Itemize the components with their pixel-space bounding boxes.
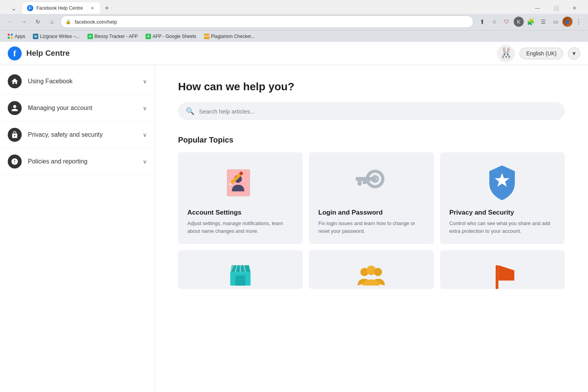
marketplace-card[interactable] — [178, 250, 303, 289]
bookmark-afp-label: AFP - Google Sheets — [153, 34, 196, 39]
fb-logo[interactable]: f — [8, 46, 22, 60]
shield-button[interactable]: 🛡 — [501, 16, 512, 27]
tab-close-button[interactable]: ✕ — [89, 5, 95, 11]
tab-favicon-letter: F — [29, 6, 32, 10]
plagiarism-favicon: SST — [204, 34, 209, 39]
blessy-favicon: + — [87, 34, 93, 39]
svg-rect-22 — [495, 265, 498, 289]
bookmark-blessy-label: Blessy Tracker - AFP — [94, 34, 138, 39]
bookmark-apps[interactable]: Apps — [5, 33, 28, 40]
managing-account-chevron: ∨ — [143, 105, 147, 111]
privacy-security-desc: Control who can see what you share and a… — [449, 220, 555, 235]
url-text: facebook.com/help — [75, 19, 117, 25]
tab-title: Facebook Help Centre — [36, 5, 86, 11]
bookmark-lizgrace-label: Lizgrace Writes –... — [40, 34, 79, 39]
search-input[interactable] — [199, 108, 557, 115]
privacy-icon — [8, 128, 22, 142]
home-icon — [11, 77, 19, 85]
bookmark-apps-label: Apps — [15, 34, 25, 39]
svg-rect-11 — [363, 181, 367, 184]
sidebar-item-policies[interactable]: Policies and reporting ∨ — [0, 148, 154, 175]
login-password-card[interactable]: Login and Password Fix login issues and … — [309, 152, 434, 244]
bookmark-afp[interactable]: + AFP - Google Sheets — [142, 33, 199, 40]
fb-logo-letter: f — [13, 48, 16, 58]
svg-point-21 — [374, 268, 382, 276]
using-facebook-icon — [8, 74, 22, 88]
main-layout: Using Facebook ∨ Managing your account ∨ — [0, 65, 588, 392]
new-tab-button[interactable]: + — [101, 3, 112, 14]
maximize-button[interactable]: ⬜ — [547, 2, 565, 14]
active-tab[interactable]: F Facebook Help Centre ✕ — [22, 2, 100, 14]
fb-header-avatar[interactable]: 🐰 — [497, 45, 515, 62]
back-button[interactable]: ← — [5, 16, 15, 27]
search-icon: 🔍 — [186, 107, 194, 115]
policies-icon — [8, 155, 22, 168]
bookmark-plagiarism-label: Plagiarism Checker... — [211, 34, 255, 39]
close-button[interactable]: ✕ — [566, 2, 583, 14]
privacy-chevron: ∨ — [143, 132, 147, 138]
topics-grid: Account Settings Adjust settings, manage… — [178, 152, 565, 244]
svg-rect-10 — [358, 181, 362, 186]
refresh-button[interactable]: ↻ — [33, 16, 43, 27]
account-settings-card[interactable]: Account Settings Adjust settings, manage… — [178, 152, 303, 244]
bookmark-blessy[interactable]: + Blessy Tracker - AFP — [84, 33, 141, 40]
fb-header-left: f Help Centre — [8, 46, 70, 60]
bookmark-star-button[interactable]: ☆ — [489, 16, 500, 27]
svg-rect-14 — [235, 275, 245, 285]
share-button[interactable]: ⬆ — [477, 16, 487, 27]
account-settings-desc: Adjust settings, manage notifications, l… — [187, 220, 293, 235]
search-box[interactable]: 🔍 — [178, 102, 565, 120]
svg-marker-23 — [498, 265, 514, 280]
profile-avatar[interactable]: 👤 — [562, 17, 573, 27]
sidebar-item-privacy[interactable]: Privacy, safety and security ∨ — [0, 122, 154, 148]
exclamation-icon — [11, 158, 19, 165]
menu-icon-button[interactable]: ☰ — [538, 16, 549, 27]
help-heading: How can we help you? — [178, 81, 565, 93]
bookmark-plagiarism[interactable]: SST Plagiarism Checker... — [201, 33, 258, 40]
sidebar-toggle-button[interactable]: ▭ — [550, 16, 561, 27]
account-settings-icon — [187, 162, 293, 204]
privacy-security-illustration — [486, 163, 519, 202]
content-area: How can we help you? 🔍 Popular Topics — [155, 65, 588, 392]
tab-favicon: F — [27, 5, 33, 11]
extensions-button[interactable]: 🧩 — [525, 16, 536, 27]
privacy-label: Privacy, safety and security — [28, 131, 137, 138]
groups-card[interactable] — [309, 250, 434, 289]
browser-chrome: ⌄ F Facebook Help Centre ✕ + — ⬜ ✕ ← → ↻… — [0, 0, 588, 42]
login-password-title: Login and Password — [318, 209, 424, 217]
policies-chevron: ∨ — [143, 158, 147, 165]
login-password-desc: Fix login issues and learn how to change… — [318, 220, 424, 235]
language-button[interactable]: English (UK) — [519, 48, 563, 59]
sidebar-item-managing-account[interactable]: Managing your account ∨ — [0, 95, 154, 122]
afp-favicon: + — [146, 34, 151, 39]
apps-favicon — [8, 34, 13, 39]
managing-account-icon — [8, 101, 22, 115]
address-bar[interactable]: 🔒 facebook.com/help — [60, 15, 473, 28]
lock-icon — [11, 131, 19, 139]
svg-rect-9 — [356, 177, 376, 181]
marketplace-illustration — [225, 262, 256, 289]
privacy-security-title: Privacy and Security — [449, 209, 555, 217]
language-dropdown-button[interactable]: ▼ — [568, 47, 580, 60]
forward-button[interactable]: → — [19, 16, 29, 27]
lock-icon: 🔒 — [65, 19, 71, 24]
sidebar-item-using-facebook[interactable]: Using Facebook ∨ — [0, 68, 154, 95]
managing-account-label: Managing your account — [28, 105, 137, 112]
pages-card[interactable] — [440, 250, 565, 289]
policies-label: Policies and reporting — [28, 158, 137, 165]
privacy-security-card[interactable]: Privacy and Security Control who can see… — [440, 152, 565, 244]
title-bar-left: ⌄ F Facebook Help Centre ✕ + — [5, 2, 112, 14]
window-controls: — ⬜ ✕ — [528, 2, 583, 14]
bookmark-lizgrace[interactable]: W Lizgrace Writes –... — [30, 33, 82, 40]
kebab-menu-button[interactable]: ⋮ — [574, 17, 583, 27]
login-password-icon — [318, 162, 424, 204]
sidebar: Using Facebook ∨ Managing your account ∨ — [0, 65, 155, 392]
popular-topics-heading: Popular Topics — [178, 136, 565, 144]
k-button[interactable]: K — [514, 17, 524, 27]
window-chevron-button[interactable]: ⌄ — [5, 2, 22, 14]
home-button[interactable]: ⌂ — [46, 16, 57, 27]
address-bar-row: ← → ↻ ⌂ 🔒 facebook.com/help ⬆ ☆ 🛡 K 🧩 ☰ … — [0, 14, 588, 30]
minimize-button[interactable]: — — [528, 2, 546, 14]
account-settings-title: Account Settings — [187, 209, 293, 217]
bookmarks-bar: Apps W Lizgrace Writes –... + Blessy Tra… — [0, 30, 588, 42]
